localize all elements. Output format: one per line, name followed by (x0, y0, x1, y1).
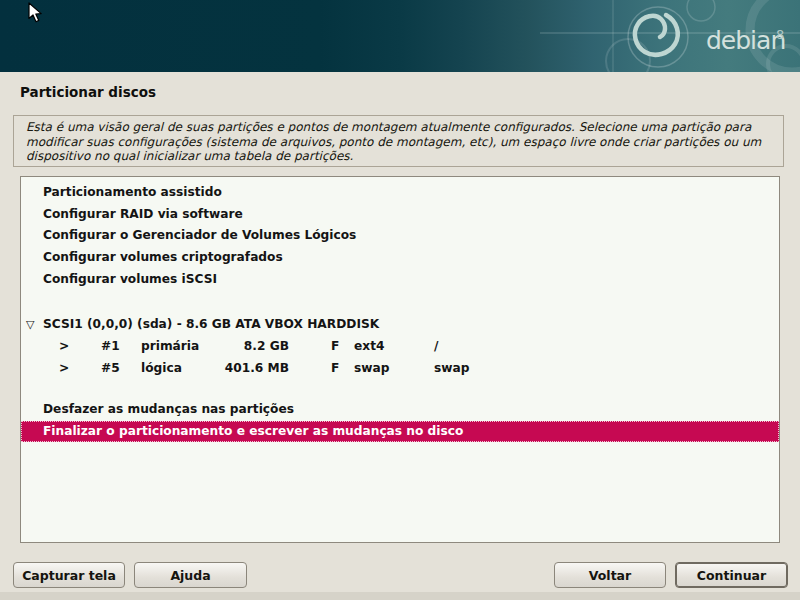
brand-logo-text: debian (706, 26, 785, 56)
back-button[interactable]: Voltar (554, 562, 666, 588)
screenshot-button[interactable]: Capturar tela (13, 562, 125, 588)
description-text: Esta é uma visão geral de suas partições… (26, 120, 776, 164)
mouse-cursor-icon (28, 2, 45, 23)
partition-flag: F (331, 339, 339, 354)
partition-size: 8.2 GB (179, 339, 289, 354)
partition-mountpoint: / (434, 339, 438, 354)
list-item-undo-changes[interactable]: Desfazer as mudanças nas partições (21, 402, 779, 422)
brand-version: 8 (776, 27, 784, 42)
partition-number: #5 (101, 361, 120, 376)
partition-type: lógica (141, 361, 182, 376)
list-item-configure-raid[interactable]: Configurar RAID via software (21, 207, 779, 227)
partition-marker-icon: > (59, 339, 69, 354)
list-item-disk-sda[interactable]: ▽ SCSI1 (0,0,0) (sda) - 8.6 GB ATA VBOX … (21, 317, 779, 337)
description-box: Esta é uma visão geral de suas partições… (13, 115, 784, 167)
partition-size: 401.6 MB (179, 361, 289, 376)
partition-marker-icon: > (59, 361, 69, 376)
partition-flag: F (331, 361, 339, 376)
partition-filesystem: swap (354, 361, 389, 376)
footer-strip (0, 592, 800, 600)
help-button[interactable]: Ajuda (134, 562, 247, 588)
partition-list: Particionamento assistido Configurar RAI… (20, 176, 780, 543)
partition-filesystem: ext4 (354, 339, 384, 354)
partition-number: #1 (101, 339, 120, 354)
list-item-configure-iscsi[interactable]: Configurar volumes iSCSI (21, 272, 779, 292)
continue-button[interactable]: Continuar (675, 562, 788, 588)
list-item-configure-lvm[interactable]: Configurar o Gerenciador de Volumes Lógi… (21, 228, 779, 248)
list-item-finish-partitioning[interactable]: Finalizar o particionamento e escrever a… (21, 421, 779, 442)
list-item-configure-encrypted[interactable]: Configurar volumes criptografados (21, 250, 779, 270)
partition-mountpoint: swap (434, 361, 469, 376)
page-title: Particionar discos (20, 84, 156, 100)
expand-triangle-icon[interactable]: ▽ (26, 317, 34, 332)
installer-window: debian 8 Particionar discos Esta é uma v… (0, 0, 800, 600)
list-item-assisted-partitioning[interactable]: Particionamento assistido (21, 185, 779, 205)
list-item-partition-5[interactable]: > #5 lógica 401.6 MB F swap swap (21, 361, 779, 381)
list-item-partition-1[interactable]: > #1 primária 8.2 GB F ext4 / (21, 339, 779, 359)
header-banner: debian 8 (0, 0, 800, 72)
disk-label: SCSI1 (0,0,0) (sda) - 8.6 GB ATA VBOX HA… (43, 317, 379, 332)
